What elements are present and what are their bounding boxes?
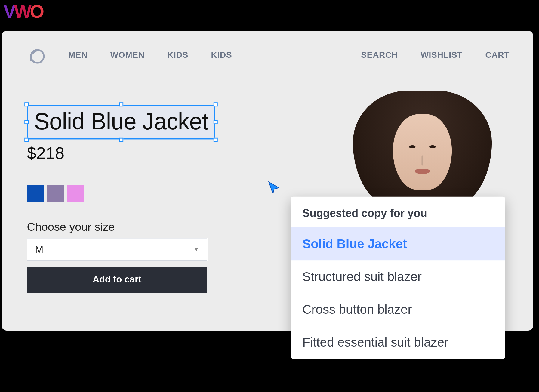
product-panel: Solid Blue Jacket $218 Choose your size …: [27, 105, 215, 293]
product-model-image: [353, 91, 492, 200]
size-select-value: M: [35, 243, 43, 255]
vwo-logo-v: V: [3, 1, 14, 22]
nav-kids-2[interactable]: KIDS: [211, 50, 232, 60]
selection-handle-ml[interactable]: [24, 120, 29, 124]
vwo-logo-w: W: [14, 1, 30, 22]
add-to-cart-button[interactable]: Add to cart: [27, 267, 207, 293]
swatch-2[interactable]: [47, 185, 64, 202]
selection-handle-br[interactable]: [214, 138, 218, 142]
suggestion-header: Suggested copy for you: [291, 197, 505, 227]
suggestion-item-1[interactable]: Solid Blue Jacket: [291, 227, 505, 260]
cursor-icon: [267, 181, 282, 195]
nav-men[interactable]: MEN: [68, 50, 88, 60]
suggestion-item-3[interactable]: Cross button blazer: [291, 293, 505, 326]
selection-handle-mr[interactable]: [214, 120, 218, 124]
selection-handle-tl[interactable]: [24, 102, 29, 106]
suggestion-item-2[interactable]: Structured suit blazer: [291, 260, 505, 293]
brand-icon: [25, 45, 45, 64]
selection-handle-tr[interactable]: [214, 102, 218, 106]
nav-cart[interactable]: CART: [485, 50, 510, 60]
vwo-logo: VWO: [3, 1, 42, 22]
suggestion-item-4[interactable]: Fitted essential suit blazer: [291, 326, 505, 359]
suggestion-panel: Suggested copy for you Solid Blue Jacket…: [291, 197, 505, 359]
nav-women[interactable]: WOMEN: [110, 50, 145, 60]
color-swatches: [27, 185, 215, 202]
svg-point-0: [31, 50, 44, 63]
vwo-logo-o: O: [30, 1, 42, 22]
size-select[interactable]: M ▼: [27, 238, 207, 261]
selection-handle-bl[interactable]: [24, 138, 29, 142]
nav-search[interactable]: SEARCH: [361, 50, 398, 60]
size-label: Choose your size: [27, 221, 215, 234]
chevron-down-icon: ▼: [193, 246, 199, 253]
product-title[interactable]: Solid Blue Jacket: [34, 108, 208, 135]
selection-handle-bm[interactable]: [119, 138, 123, 142]
selection-handle-tm[interactable]: [119, 102, 123, 106]
product-price: $218: [27, 144, 215, 162]
editor-selection[interactable]: Solid Blue Jacket: [27, 105, 215, 140]
app-card: MEN WOMEN KIDS KIDS SEARCH WISHLIST CART…: [2, 31, 533, 331]
nav-kids-1[interactable]: KIDS: [167, 50, 188, 60]
swatch-1[interactable]: [27, 185, 44, 202]
top-nav: MEN WOMEN KIDS KIDS SEARCH WISHLIST CART: [2, 31, 533, 64]
swatch-3[interactable]: [67, 185, 84, 202]
nav-wishlist[interactable]: WISHLIST: [420, 50, 462, 60]
